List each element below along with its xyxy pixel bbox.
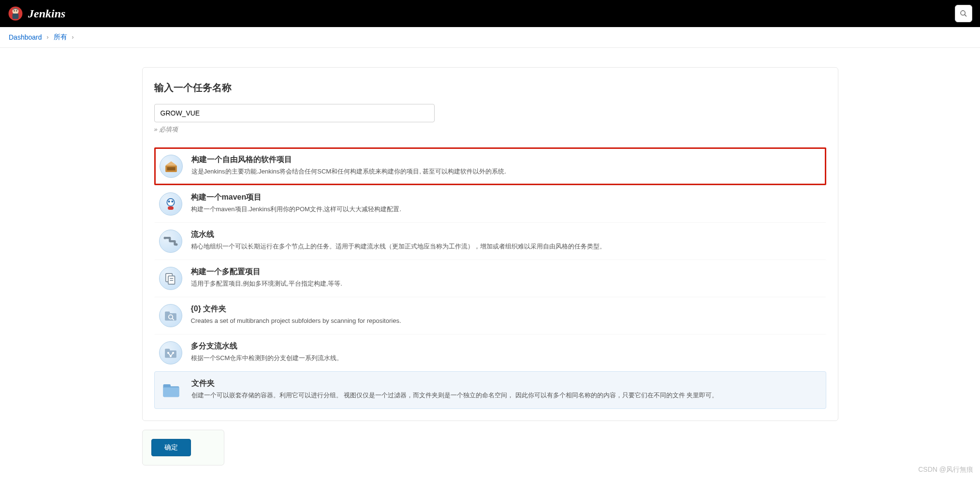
svg-line-6 [965, 15, 966, 16]
breadcrumb-dashboard[interactable]: Dashboard [9, 33, 42, 41]
svg-point-10 [168, 201, 170, 203]
item-title: 构建一个自由风格的软件项目 [191, 155, 507, 165]
watermark: CSDN @风行無痕 [918, 465, 973, 474]
breadcrumb-all[interactable]: 所有 [54, 33, 67, 42]
item-title: 构建一个多配置项目 [191, 267, 342, 277]
svg-point-5 [961, 11, 965, 15]
item-desc: 这是Jenkins的主要功能.Jenkins将会结合任何SCM和任何构建系统来构… [191, 167, 507, 176]
item-type-list: 构建一个自由风格的软件项目 这是Jenkins的主要功能.Jenkins将会结合… [154, 147, 826, 409]
breadcrumb: Dashboard › 所有 › [0, 27, 980, 48]
item-title: 构建一个maven项目 [191, 192, 402, 203]
item-type-pipeline[interactable]: 流水线 精心地组织一个可以长期运行在多个节点上的任务。适用于构建流水线（更加正式… [154, 222, 826, 260]
svg-rect-24 [165, 349, 170, 351]
maven-icon [159, 192, 182, 216]
svg-point-3 [14, 10, 15, 11]
item-title: 文件夹 [191, 378, 718, 389]
item-desc: Creates a set of multibranch project sub… [191, 316, 401, 326]
brand-text: Jenkins [28, 7, 65, 20]
item-desc: 根据一个SCM仓库中检测到的分支创建一系列流水线。 [191, 353, 343, 363]
svg-rect-2 [13, 14, 19, 19]
item-type-multibranch[interactable]: 多分支流水线 根据一个SCM仓库中检测到的分支创建一系列流水线。 [154, 334, 826, 371]
item-type-multiconfig[interactable]: 构建一个多配置项目 适用于多配置项目,例如多环境测试,平台指定构建,等等. [154, 260, 826, 297]
svg-rect-29 [163, 384, 170, 388]
top-header: Jenkins [0, 0, 980, 27]
freestyle-icon [160, 155, 183, 178]
search-icon [960, 10, 967, 17]
svg-rect-12 [168, 206, 174, 210]
footer-bar: 确定 [142, 430, 224, 465]
ok-button[interactable]: 确定 [151, 439, 191, 456]
brand-logo[interactable]: Jenkins [8, 6, 65, 21]
item-type-folder[interactable]: 文件夹 创建一个可以嵌套存储的容器。利用它可以进行分组。 视图仅仅是一个过滤器，… [154, 371, 826, 409]
item-type-maven[interactable]: 构建一个maven项目 构建一个maven项目.Jenkins利用你的POM文件… [154, 185, 826, 222]
folder-icon [160, 378, 183, 402]
item-desc: 精心地组织一个可以长期运行在多个节点上的任务。适用于构建流水线（更加正式地应当称… [191, 242, 606, 251]
svg-point-14 [175, 243, 177, 246]
multiconfig-icon [159, 267, 182, 290]
item-desc: 适用于多配置项目,例如多环境测试,平台指定构建,等等. [191, 279, 342, 289]
search-button[interactable] [955, 5, 972, 22]
svg-rect-30 [163, 388, 179, 397]
item-name-input[interactable] [154, 104, 435, 122]
svg-point-11 [171, 201, 173, 203]
new-item-panel: 输入一个任务名称 » 必填项 构建一个自由风格的软件项目 这是Jenkins的主… [142, 67, 838, 421]
svg-rect-19 [165, 313, 176, 320]
org-folder-icon [159, 304, 182, 327]
item-type-freestyle[interactable]: 构建一个自由风格的软件项目 这是Jenkins的主要功能.Jenkins将会结合… [154, 147, 826, 185]
svg-point-4 [16, 10, 17, 11]
svg-rect-20 [165, 312, 170, 314]
required-hint: » 必填项 [154, 125, 826, 134]
svg-point-9 [167, 199, 174, 206]
pipeline-icon [159, 230, 182, 253]
item-desc: 创建一个可以嵌套存储的容器。利用它可以进行分组。 视图仅仅是一个过滤器，而文件夹… [191, 391, 718, 400]
chevron-right-icon: › [47, 34, 49, 41]
multibranch-icon [159, 341, 182, 364]
svg-rect-8 [167, 167, 175, 171]
chevron-right-icon: › [72, 34, 74, 41]
jenkins-logo-icon [8, 6, 23, 21]
main-content: 输入一个任务名称 » 必填项 构建一个自由风格的软件项目 这是Jenkins的主… [0, 48, 980, 479]
item-title: 流水线 [191, 230, 606, 240]
panel-title: 输入一个任务名称 [154, 81, 826, 94]
item-title: {0} 文件夹 [191, 304, 401, 314]
item-title: 多分支流水线 [191, 341, 343, 351]
svg-point-13 [163, 237, 166, 239]
item-type-org-folder[interactable]: {0} 文件夹 Creates a set of multibranch pro… [154, 297, 826, 334]
item-desc: 构建一个maven项目.Jenkins利用你的POM文件,这样可以大大减轻构建配… [191, 204, 402, 214]
